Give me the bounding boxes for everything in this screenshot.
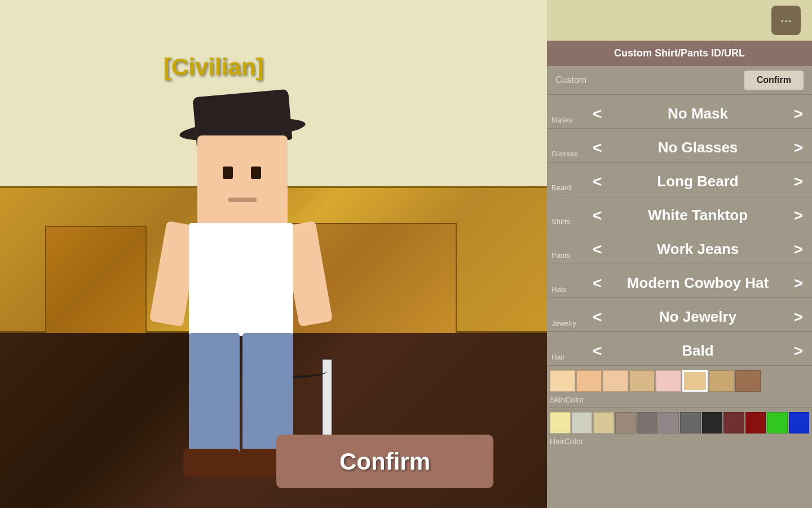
scene: [Civilian] Confirm [0, 0, 547, 508]
hair-color-swatch-9[interactable] [745, 412, 766, 433]
selector-right-arrow-glasses[interactable]: > [789, 139, 807, 157]
selector-row-pants: Pants<Work Jeans> [547, 230, 812, 264]
character [141, 90, 355, 474]
page-title: [Civilian] [164, 54, 263, 81]
selector-label-jewelry: Jewelry [551, 319, 588, 330]
skin-color-row [550, 370, 809, 392]
selector-value-shirts: White Tanktop [606, 207, 789, 224]
skin-color-section: SkinColor [547, 366, 812, 408]
selector-right-arrow-beard[interactable]: > [789, 173, 807, 191]
hair-color-swatch-5[interactable] [659, 412, 679, 433]
selector-left-arrow-shirts[interactable]: < [588, 207, 606, 225]
selector-left-arrow-masks[interactable]: < [588, 105, 606, 123]
selector-right-arrow-hair[interactable]: > [789, 342, 807, 360]
custom-bar-label: Custom Shirt/Pants ID/URL [614, 47, 745, 59]
skin-color-swatch-0[interactable] [550, 370, 575, 392]
selector-label-hair: Hair [551, 353, 588, 364]
shoe-left [183, 449, 240, 477]
more-icon-btn[interactable]: ··· [771, 6, 801, 35]
hair-color-swatch-7[interactable] [702, 412, 723, 433]
selector-row-shirts: Shirts<White Tanktop> [547, 196, 812, 230]
hair-color-swatch-0[interactable] [550, 412, 571, 433]
skin-color-swatch-6[interactable] [709, 370, 734, 392]
selector-row-masks: Masks<No Mask> [547, 95, 812, 129]
confirm-button-top[interactable]: Confirm [744, 71, 804, 90]
hair-color-swatch-6[interactable] [680, 412, 701, 433]
eye-left [223, 167, 233, 179]
skin-color-swatch-4[interactable] [656, 370, 681, 392]
hair-color-swatch-8[interactable] [723, 412, 744, 433]
hair-color-swatch-3[interactable] [615, 412, 636, 433]
selector-row-hats: Hats<Modern Cowboy Hat> [547, 264, 812, 298]
selector-left-arrow-hair[interactable]: < [588, 342, 606, 360]
hair-color-row [550, 412, 809, 433]
selector-row-beard: Beard<Long Beard> [547, 163, 812, 196]
selector-label-glasses: Glasses [551, 150, 588, 161]
selector-left-arrow-hats[interactable]: < [588, 274, 606, 292]
selector-left-arrow-beard[interactable]: < [588, 173, 606, 191]
character-head [197, 135, 288, 226]
skin-color-swatch-1[interactable] [576, 370, 602, 392]
selector-value-jewelry: No Jewelry [606, 308, 789, 326]
selector-label-pants: Pants [551, 251, 588, 262]
mouth [228, 198, 257, 202]
more-icon: ··· [780, 12, 792, 28]
skin-color-swatch-2[interactable] [603, 370, 628, 392]
hair-color-swatch-4[interactable] [637, 412, 657, 433]
eye-right [251, 167, 261, 179]
selector-value-hair: Bald [606, 342, 789, 360]
hair-color-swatch-11[interactable] [789, 412, 810, 433]
confirm-button-bottom-label: Confirm [339, 448, 430, 475]
selector-row-glasses: Glasses<No Glasses> [547, 129, 812, 163]
confirm-button-bottom[interactable]: Confirm [276, 435, 493, 488]
right-panel: Custom Shirt/Pants ID/URL Custom Confirm… [547, 41, 812, 508]
selectors-container: Masks<No Mask>Glasses<No Glasses>Beard<L… [547, 95, 812, 366]
hair-color-swatch-10[interactable] [767, 412, 788, 433]
selector-row-hair: Hair<Bald> [547, 332, 812, 366]
custom-bar: Custom Shirt/Pants ID/URL [547, 41, 812, 66]
skin-color-swatch-5[interactable] [682, 370, 708, 392]
selector-value-masks: No Mask [606, 105, 789, 122]
selector-value-hats: Modern Cowboy Hat [606, 274, 789, 292]
selector-row-jewelry: Jewelry<No Jewelry> [547, 298, 812, 332]
character-torso [189, 223, 293, 336]
selector-value-pants: Work Jeans [606, 240, 789, 258]
custom-row: Custom Confirm [547, 66, 812, 95]
selector-label-masks: Masks [551, 116, 588, 127]
selector-label-beard: Beard [551, 183, 588, 195]
selector-label-shirts: Shirts [551, 217, 588, 229]
selector-left-arrow-jewelry[interactable]: < [588, 308, 606, 326]
selector-right-arrow-pants[interactable]: > [789, 240, 807, 259]
hair-color-swatch-2[interactable] [593, 412, 614, 433]
selector-label-hats: Hats [551, 285, 588, 296]
pants-left [189, 333, 240, 457]
custom-label: Custom [555, 75, 744, 85]
selector-value-glasses: No Glasses [606, 139, 789, 156]
skin-color-swatch-7[interactable] [735, 370, 761, 392]
selector-right-arrow-masks[interactable]: > [789, 105, 807, 123]
skin-color-swatch-3[interactable] [629, 370, 655, 392]
selector-left-arrow-glasses[interactable]: < [588, 139, 606, 157]
hair-color-section: HairColor [547, 408, 812, 449]
selector-right-arrow-shirts[interactable]: > [789, 207, 807, 225]
hair-color-label: HairColor [550, 435, 809, 448]
skin-color-label: SkinColor [550, 393, 809, 406]
selector-value-beard: Long Beard [606, 173, 789, 190]
selector-left-arrow-pants[interactable]: < [588, 240, 606, 259]
selector-right-arrow-hats[interactable]: > [789, 274, 807, 292]
wood-panel-left [45, 226, 147, 339]
hair-color-swatch-1[interactable] [572, 412, 593, 433]
selector-right-arrow-jewelry[interactable]: > [789, 308, 807, 326]
